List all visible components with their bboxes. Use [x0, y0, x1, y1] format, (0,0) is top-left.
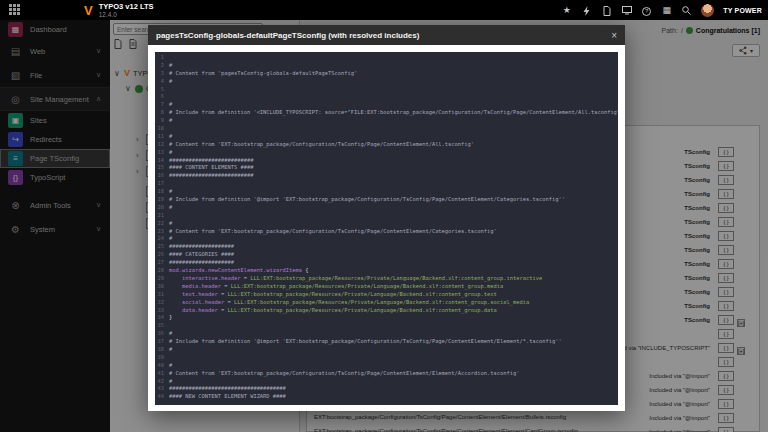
code-line: 41# Content from 'EXT:bootstrap_package/… — [155, 370, 618, 378]
code-line: 27#################### — [155, 259, 618, 267]
line-number: 13 — [155, 149, 169, 157]
code-line: 40# — [155, 362, 618, 370]
line-number: 4 — [155, 78, 169, 86]
line-number: 37 — [155, 338, 169, 346]
code-line: 9# — [155, 117, 618, 125]
code-line: 21 — [155, 212, 618, 220]
username[interactable]: TY POWER — [723, 7, 762, 14]
modal-body: 12#3# Content from 'pagesTsConfig-global… — [148, 45, 625, 411]
flush-cache-bolt-icon[interactable] — [581, 0, 592, 20]
line-number: 19 — [155, 196, 169, 204]
code-line: 42# — [155, 378, 618, 386]
code-line: 23# Content from 'EXT:bootstrap_package/… — [155, 228, 618, 236]
line-number: 31 — [155, 291, 169, 299]
line-number: 44 — [155, 393, 169, 401]
line-number: 11 — [155, 133, 169, 141]
line-number: 15 — [155, 164, 169, 172]
line-number: 10 — [155, 125, 169, 133]
code-line: 16########################## — [155, 172, 618, 180]
line-number: 26 — [155, 251, 169, 259]
line-number: 21 — [155, 212, 169, 220]
code-line: 26#### CATEGORIES #### — [155, 251, 618, 259]
brand[interactable]: V TYPO3 v12 LTS 12.4.0 — [84, 3, 154, 18]
code-line: 7# — [155, 101, 618, 109]
code-line: 8# Include from definition '<INCLUDE_TYP… — [155, 109, 618, 117]
code-line: 17 — [155, 180, 618, 188]
line-number: 24 — [155, 235, 169, 243]
code-line: 1 — [155, 54, 618, 62]
code-line: 28mod.wizards.newContentElement.wizardIt… — [155, 267, 618, 275]
topbar-tools: ★ ? ▦ TY POWER — [561, 0, 762, 20]
line-number: 35 — [155, 322, 169, 330]
line-number: 20 — [155, 204, 169, 212]
line-number: 43 — [155, 385, 169, 393]
line-number: 40 — [155, 362, 169, 370]
tsconfig-code-viewer[interactable]: 12#3# Content from 'pagesTsConfig-global… — [155, 52, 618, 405]
code-line: 31 text.header = LLL:EXT:bootstrap_packa… — [155, 291, 618, 299]
line-number: 6 — [155, 93, 169, 101]
line-number: 33 — [155, 307, 169, 315]
code-line: 34} — [155, 314, 618, 322]
code-line: 10 — [155, 125, 618, 133]
close-icon[interactable]: × — [603, 30, 625, 41]
code-line: 18# — [155, 188, 618, 196]
line-number: 29 — [155, 275, 169, 283]
line-number: 41 — [155, 370, 169, 378]
line-number: 14 — [155, 157, 169, 165]
code-line: 29 interactive.header = LLL:EXT:bootstra… — [155, 275, 618, 283]
line-number: 28 — [155, 267, 169, 275]
monitor-icon[interactable] — [621, 0, 632, 20]
modules-menu-icon[interactable] — [9, 4, 22, 17]
code-line: 25#################### — [155, 243, 618, 251]
code-line: 3# Content from 'pagesTsConfig-globals-d… — [155, 70, 618, 78]
line-number: 8 — [155, 109, 169, 117]
search-icon[interactable] — [681, 0, 692, 20]
line-number: 39 — [155, 354, 169, 362]
modal-header: pagesTsConfig-globals-defaultPageTSconfi… — [148, 25, 625, 45]
modal-title: pagesTsConfig-globals-defaultPageTSconfi… — [148, 31, 419, 40]
line-number: 23 — [155, 228, 169, 236]
code-line: 19# Include from definition '@import 'EX… — [155, 196, 618, 204]
topbar: V TYPO3 v12 LTS 12.4.0 ★ ? ▦ TY POWER — [0, 0, 768, 20]
line-number: 38 — [155, 346, 169, 354]
code-line: 36# — [155, 330, 618, 338]
bookmark-star-icon[interactable]: ★ — [561, 0, 572, 20]
brand-title: TYPO3 v12 LTS — [99, 3, 154, 11]
document-icon[interactable] — [601, 0, 612, 20]
line-number: 22 — [155, 220, 169, 228]
code-line: 12# Content from 'EXT:bootstrap_package/… — [155, 141, 618, 149]
code-line: 44#### NEW CONTENT ELEMENT WIZARD #### — [155, 393, 618, 401]
code-line: 24# — [155, 235, 618, 243]
line-number: 18 — [155, 188, 169, 196]
code-line: 11# — [155, 133, 618, 141]
line-number: 3 — [155, 70, 169, 78]
code-line: 43#################################### — [155, 385, 618, 393]
line-number: 17 — [155, 180, 169, 188]
code-line: 5 — [155, 86, 618, 94]
line-number: 2 — [155, 62, 169, 70]
user-avatar[interactable] — [701, 4, 714, 17]
systeminfo-grid-icon[interactable]: ▦ — [661, 0, 672, 20]
line-number: 32 — [155, 299, 169, 307]
line-number: 34 — [155, 314, 169, 322]
help-icon[interactable]: ? — [641, 0, 652, 20]
code-line: 35 — [155, 322, 618, 330]
code-line: 6 — [155, 93, 618, 101]
code-line: 37# Include from definition '@import 'EX… — [155, 338, 618, 346]
code-line: 30 media.header = LLL:EXT:bootstrap_pack… — [155, 283, 618, 291]
code-line: 14########################## — [155, 157, 618, 165]
line-number: 42 — [155, 378, 169, 386]
line-number: 27 — [155, 259, 169, 267]
line-number: 25 — [155, 243, 169, 251]
line-number: 7 — [155, 101, 169, 109]
line-number: 30 — [155, 283, 169, 291]
code-line: 32 social.header = LLL:EXT:bootstrap_pac… — [155, 299, 618, 307]
code-line: 39 — [155, 354, 618, 362]
line-number: 1 — [155, 54, 169, 62]
line-number: 16 — [155, 172, 169, 180]
code-line: 13# — [155, 149, 618, 157]
typo3-logo-icon: V — [84, 4, 93, 17]
line-number: 9 — [155, 117, 169, 125]
brand-version: 12.4.0 — [99, 11, 154, 18]
code-line: 4# — [155, 78, 618, 86]
